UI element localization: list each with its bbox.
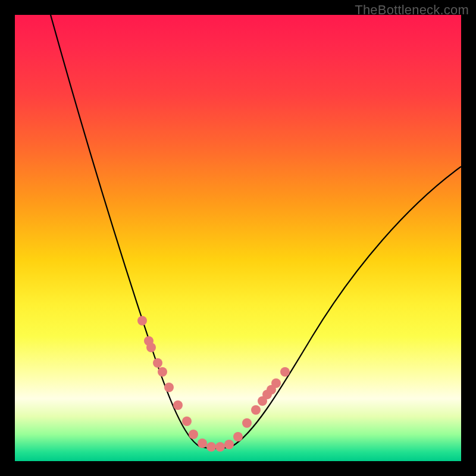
data-point (173, 400, 183, 410)
data-points-group (137, 316, 290, 452)
bottleneck-curve-line (51, 15, 461, 449)
data-point (242, 418, 252, 428)
data-point (271, 378, 281, 388)
data-point (153, 358, 162, 368)
data-point (164, 383, 174, 392)
data-point (158, 367, 167, 377)
data-point (146, 343, 156, 352)
data-point (137, 316, 147, 325)
data-point (280, 367, 290, 377)
data-point (182, 416, 192, 426)
chart-svg (15, 15, 461, 461)
watermark-text: TheBottleneck.com (355, 2, 469, 18)
chart-frame (15, 15, 461, 461)
data-point (206, 442, 216, 452)
data-point (189, 430, 198, 439)
data-point (233, 432, 243, 441)
data-point (198, 439, 207, 448)
data-point (224, 440, 234, 449)
data-point (251, 405, 261, 415)
data-point (215, 442, 225, 452)
